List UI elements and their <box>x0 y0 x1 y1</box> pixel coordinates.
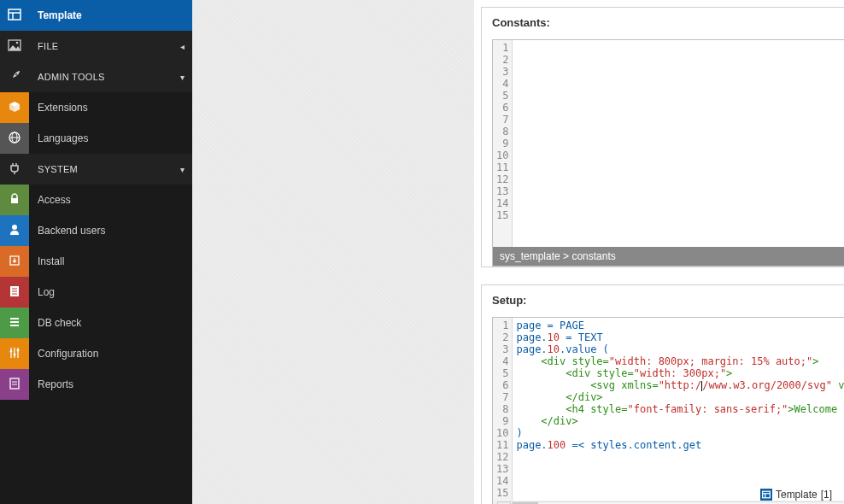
sidebar: Template FILE ◂ ADMIN TOOLS ▾ <box>0 0 192 504</box>
constants-editor[interactable]: 123456789101112131415 sys_template > con… <box>492 39 844 267</box>
sidebar-item-extensions[interactable]: Extensions <box>0 92 192 123</box>
report-icon <box>8 377 21 393</box>
constants-footer: sys_template > constants <box>493 247 844 266</box>
sidebar-item-log[interactable]: Log <box>0 277 192 308</box>
sliders-icon <box>8 346 21 362</box>
caret-down-icon: ▾ <box>172 73 192 82</box>
list-icon <box>8 284 21 301</box>
bottom-status[interactable]: Template [1] <box>760 489 832 501</box>
template-icon <box>8 8 21 24</box>
lock-icon <box>8 192 21 208</box>
constants-code[interactable] <box>513 40 844 247</box>
constants-panel: Constants: 123456789101112131415 sys_tem… <box>481 7 844 267</box>
page-tree-column <box>192 0 474 504</box>
sidebar-section-admin[interactable]: ADMIN TOOLS ▾ <box>0 62 192 92</box>
sidebar-section-label: FILE <box>29 41 172 51</box>
content-column: Constants: 123456789101112131415 sys_tem… <box>474 0 844 504</box>
svg-rect-13 <box>11 198 18 203</box>
svg-rect-29 <box>10 378 19 389</box>
svg-point-6 <box>15 73 17 75</box>
box-icon <box>8 100 21 116</box>
sidebar-section-label: SYSTEM <box>29 164 172 174</box>
sidebar-item-access[interactable]: Access <box>0 185 192 215</box>
sidebar-item-reports[interactable]: Reports <box>0 369 192 400</box>
sidebar-item-db-check[interactable]: DB check <box>0 308 192 338</box>
sidebar-item-label: Log <box>29 286 192 298</box>
constants-title: Constants: <box>492 16 844 29</box>
globe-icon <box>8 131 21 147</box>
sidebar-item-configuration[interactable]: Configuration <box>0 338 192 369</box>
sidebar-item-backend-users[interactable]: Backend users <box>0 215 192 246</box>
sidebar-item-label: Install <box>29 255 192 267</box>
setup-gutter: 123456789101112131415 <box>493 318 513 501</box>
database-icon <box>8 315 21 331</box>
setup-editor[interactable]: 123456789101112131415 page = PAGE page.1… <box>492 317 844 504</box>
setup-panel: Setup: 123456789101112131415 page = PAGE… <box>481 284 844 504</box>
user-icon <box>8 223 21 239</box>
status-count: [1] <box>821 489 832 501</box>
svg-point-26 <box>10 349 13 352</box>
sidebar-item-template[interactable]: Template <box>0 0 192 31</box>
svg-marker-4 <box>9 45 21 50</box>
sidebar-item-label: Languages <box>29 132 192 144</box>
caret-down-icon: ▾ <box>172 165 192 174</box>
setup-code[interactable]: page = PAGE page.10 = TEXT page.10.value… <box>513 318 844 501</box>
svg-rect-0 <box>9 9 21 20</box>
sidebar-section-file[interactable]: FILE ◂ <box>0 31 192 62</box>
sidebar-item-label: Extensions <box>29 102 192 114</box>
sidebar-item-label: Configuration <box>29 348 192 360</box>
rocket-icon <box>8 69 21 85</box>
svg-point-5 <box>16 41 19 44</box>
svg-rect-32 <box>763 491 771 498</box>
plug-icon <box>8 161 21 178</box>
sidebar-item-label: DB check <box>29 317 192 329</box>
sidebar-item-label: Backend users <box>29 225 192 237</box>
sidebar-item-label: Reports <box>29 378 192 390</box>
status-label: Template <box>776 489 818 501</box>
template-icon <box>760 489 772 501</box>
constants-gutter: 123456789101112131415 <box>493 40 513 247</box>
sidebar-section-label: ADMIN TOOLS <box>29 72 172 82</box>
install-icon <box>8 254 21 270</box>
sidebar-item-label: Access <box>29 194 192 206</box>
svg-point-28 <box>17 349 20 351</box>
caret-left-icon: ◂ <box>172 42 192 51</box>
sidebar-section-system[interactable]: SYSTEM ▾ <box>0 154 192 185</box>
sidebar-item-install[interactable]: Install <box>0 246 192 277</box>
sidebar-item-label: Template <box>29 9 192 21</box>
picture-icon <box>8 38 21 55</box>
main-area: Constants: 123456789101112131415 sys_tem… <box>192 0 844 504</box>
sidebar-item-languages[interactable]: Languages <box>0 123 192 154</box>
svg-point-14 <box>12 225 17 230</box>
svg-point-27 <box>14 353 16 355</box>
setup-scrollbar[interactable]: ◂ ▸ <box>493 501 844 504</box>
setup-title: Setup: <box>492 294 844 307</box>
